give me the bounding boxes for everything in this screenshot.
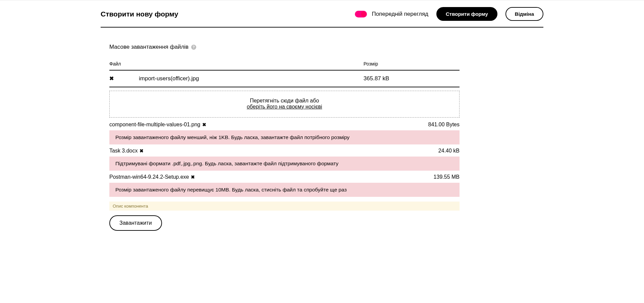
page-header: Створити нову форму Попередній перегляд … xyxy=(101,3,543,28)
preview-label: Попередній перегляд xyxy=(372,11,428,17)
dropzone-browse-link[interactable]: оберіть його на своєму носієві xyxy=(113,104,456,110)
page-title: Створити нову форму xyxy=(101,10,178,18)
error-file-size: 139.55 MB xyxy=(434,174,460,180)
error-file-name: Postman-win64-9.24.2-Setup.exe ✖ xyxy=(109,174,195,180)
preview-toggle-group: Попередній перегляд xyxy=(355,11,428,17)
error-banner: Розмір завантаженого файлу менший, ніж 1… xyxy=(109,130,460,144)
uploaded-files-table: Файл Розмір ✖ import-users(officer).jpg … xyxy=(109,58,460,87)
error-file-size: 24.40 kB xyxy=(438,148,460,154)
dropzone-drag-text: Перетягніть сюди файл або xyxy=(113,98,456,104)
download-button[interactable]: Завантажити xyxy=(109,215,162,231)
create-form-button[interactable]: Створити форму xyxy=(436,7,497,21)
error-file-name-text: Task 3.docx xyxy=(109,148,138,154)
file-size-cell: 365.87 kB xyxy=(364,70,460,87)
preview-toggle[interactable] xyxy=(355,11,367,17)
error-file-name: Task 3.docx ✖ xyxy=(109,148,144,154)
error-file-name-text: component-file-multiple-values-01.png xyxy=(109,122,200,128)
remove-error-file-icon[interactable]: ✖ xyxy=(191,174,195,180)
component-description: Опис компонента xyxy=(109,202,460,211)
remove-error-file-icon[interactable]: ✖ xyxy=(140,148,144,154)
remove-error-file-icon[interactable]: ✖ xyxy=(202,122,206,127)
cancel-button[interactable]: Відміна xyxy=(505,7,543,21)
error-banner: Підтримувані формати .pdf,.jpg,.png. Буд… xyxy=(109,157,460,171)
error-file-name-text: Postman-win64-9.24.2-Setup.exe xyxy=(109,174,189,180)
error-file-row: component-file-multiple-values-01.png ✖ … xyxy=(109,122,460,128)
error-file-row: Postman-win64-9.24.2-Setup.exe ✖ 139.55 … xyxy=(109,174,460,180)
remove-file-icon[interactable]: ✖ xyxy=(109,76,114,81)
section-title-text: Масове завантаження файлів xyxy=(109,44,189,50)
error-banner: Розмір завантаженого файлу перевищує 10M… xyxy=(109,183,460,197)
help-icon[interactable]: ? xyxy=(191,45,196,50)
section-title: Масове завантаження файлів ? xyxy=(109,44,460,50)
error-file-row: Task 3.docx ✖ 24.40 kB xyxy=(109,148,460,154)
error-file-size: 841.00 Bytes xyxy=(428,122,460,128)
col-file-header: Файл xyxy=(109,58,364,70)
file-name-cell: import-users(officer).jpg xyxy=(139,70,364,87)
col-size-header: Розмір xyxy=(364,58,460,70)
header-actions: Попередній перегляд Створити форму Відмі… xyxy=(355,7,543,21)
file-dropzone[interactable]: Перетягніть сюди файл або оберіть його н… xyxy=(109,91,460,118)
content-area: Масове завантаження файлів ? Файл Розмір… xyxy=(109,28,460,244)
error-file-name: component-file-multiple-values-01.png ✖ xyxy=(109,122,206,128)
table-row: ✖ import-users(officer).jpg 365.87 kB xyxy=(109,70,460,87)
